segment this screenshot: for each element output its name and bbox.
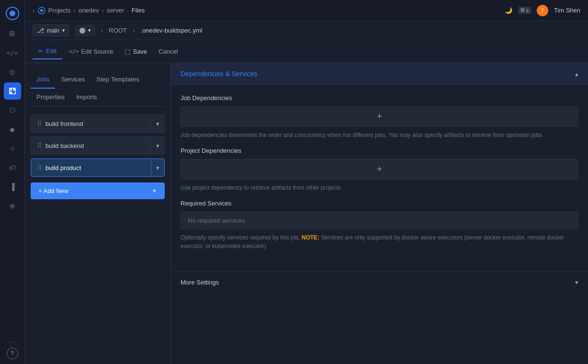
add-project-dep-plus-icon: + [377,164,382,174]
job-chevron-product[interactable]: ▾ [151,159,164,176]
breadcrumb: ‹ Projects › onedev › server · Files [33,7,145,14]
topnav: ‹ Projects › onedev › server · Files 🌙 ⌘… [25,0,588,21]
save-icon: ⬚ [124,48,130,55]
sidebar-icon-dashboard[interactable]: ⊞ [4,25,21,42]
edit-source-button[interactable]: </> Edit Source [64,45,118,58]
sidebar: ⊞ </> ◎ ⬡ ◆ ⊹ 🏷 ▐ ⊕ ··· ? [0,0,25,364]
edit-tab-label: Edit [46,47,57,55]
project-dependencies-description: Use project dependency to retrieve artif… [181,183,578,192]
editbar: ✏ Edit </> Edit Source ⬚ Save Cancel [25,40,588,63]
sidebar-icon-team[interactable]: ⊹ [4,140,21,157]
logo[interactable] [4,5,21,22]
sidebar-more-dots[interactable]: ··· [9,339,15,345]
required-services-placeholder: No required services [181,212,578,229]
keyboard-shortcut: ⌘ k [518,7,531,14]
filepath-filename: .onedev-buildspec.yml [140,27,202,34]
commit-selector[interactable]: ▾ [75,25,95,36]
tab-jobs[interactable]: Jobs [31,71,55,89]
sidebar-icon-integrations[interactable]: ⊕ [4,197,21,215]
tab-imports[interactable]: Imports [70,89,102,106]
sidebar-icon-builds[interactable] [4,82,21,100]
add-job-dependency-button[interactable]: + [181,106,578,127]
moon-icon[interactable]: 🌙 [505,7,512,14]
tab-step-templates[interactable]: Step Templates [90,71,145,89]
breadcrumb-sep-3: · [127,7,129,14]
section-header-dependencies[interactable]: Dependencies & Services ▴ [171,63,588,85]
topnav-right: 🌙 ⌘ k T Tim Shen [505,5,580,16]
job-dependencies-description: Job dependencies determines the order an… [181,131,578,139]
svg-point-1 [10,11,15,16]
required-services-desc-prefix: Optionally specify services required by … [181,234,302,241]
avatar[interactable]: T [537,5,548,16]
branch-name: main [47,27,59,34]
left-panel: Jobs Services Step Templates Properties … [25,63,171,364]
breadcrumb-onedev[interactable]: onedev [79,7,99,14]
sidebar-icon-releases[interactable]: 🏷 [4,159,21,176]
breadcrumb-server[interactable]: server [107,7,124,14]
section-content-dependencies: Job Dependencies + Job dependencies dete… [171,85,588,268]
content-body: Jobs Services Step Templates Properties … [25,63,588,364]
job-item-build-product-inner[interactable]: ⠿ build product [31,159,151,176]
add-new-button[interactable]: + Add New ✦ [31,182,165,199]
breadcrumb-sep-1: › [74,7,76,14]
section-title-dependencies: Dependencies & Services [181,70,257,78]
job-item-build-product[interactable]: ⠿ build product ▾ [31,159,165,177]
required-services-description: Optionally specify services required by … [181,233,578,250]
job-drag-icon-frontend: ⠿ [37,120,42,127]
job-item-build-backend[interactable]: ⠿ build backend ▾ [31,136,165,155]
job-drag-icon-product: ⠿ [37,164,42,171]
add-project-dependency-button[interactable]: + [181,159,578,180]
sidebar-icon-help[interactable]: ? [7,348,18,359]
job-label-build-product: build product [45,164,81,171]
add-new-label: + Add New [38,187,68,194]
right-panel: Dependencies & Services ▴ Job Dependenci… [171,63,588,364]
required-services-label: Required Services [181,200,578,207]
filepath-root: ROOT [109,27,127,34]
edit-source-icon: </> [69,48,79,55]
job-drag-icon-backend: ⠿ [37,142,42,149]
job-label-build-backend: build backend [45,142,84,149]
more-settings-section[interactable]: More Settings ▾ [171,272,588,293]
cancel-button[interactable]: Cancel [154,45,182,58]
sidebar-icon-issues[interactable]: ◎ [4,63,21,80]
job-item-build-frontend[interactable]: ⠿ build frontend ▾ [31,114,165,133]
svg-point-3 [40,9,43,12]
edit-tab[interactable]: ✏ Edit [33,44,62,59]
tabs-bar: Jobs Services Step Templates Properties … [31,71,165,107]
sidebar-icon-code[interactable]: </> [4,44,21,61]
breadcrumb-sep-2: › [102,7,104,14]
job-chevron-frontend[interactable]: ▾ [151,115,164,132]
breadcrumb-projects[interactable]: Projects [48,7,71,14]
tab-properties[interactable]: Properties [31,89,70,106]
sidebar-icon-pipeline[interactable]: ◆ [4,121,21,138]
project-logo-icon [38,7,45,14]
branch-chevron-icon: ▾ [62,27,65,34]
cancel-label: Cancel [158,48,178,55]
save-button[interactable]: ⬚ Save [120,45,152,58]
main-content: ‹ Projects › onedev › server · Files 🌙 ⌘… [25,0,588,364]
sidebar-icon-packages[interactable]: ⬡ [4,102,21,119]
tab-services[interactable]: Services [55,71,90,89]
branch-selector[interactable]: ⎇ main ▾ [33,24,69,36]
job-chevron-backend[interactable]: ▾ [151,137,164,154]
branchbar: ⎇ main ▾ ▾ › ROOT › .onedev-buildspec.ym… [25,21,588,40]
path-sep-root: › [101,27,103,34]
job-item-build-backend-inner[interactable]: ⠿ build backend [31,137,151,154]
path-sep-file: › [133,27,135,34]
save-label: Save [133,48,147,55]
sidebar-icon-analytics[interactable]: ▐ [4,178,21,195]
section-chevron-up-icon: ▴ [575,70,578,78]
job-item-build-frontend-inner[interactable]: ⠿ build frontend [31,115,151,132]
job-label-build-frontend: build frontend [45,120,83,127]
required-services-note: NOTE: [302,234,319,241]
project-dependencies-label: Project Dependencies [181,147,578,154]
breadcrumb-expand-icon[interactable]: ‹ [33,7,35,14]
more-settings-label: More Settings [181,279,219,286]
commit-chevron-icon: ▾ [88,27,91,34]
edit-pencil-icon: ✏ [38,48,43,55]
edit-source-label: Edit Source [81,48,113,55]
user-name[interactable]: Tim Shen [554,7,580,14]
breadcrumb-files[interactable]: Files [132,7,145,14]
commit-dot-icon [79,28,85,34]
job-dependencies-label: Job Dependencies [181,94,578,102]
